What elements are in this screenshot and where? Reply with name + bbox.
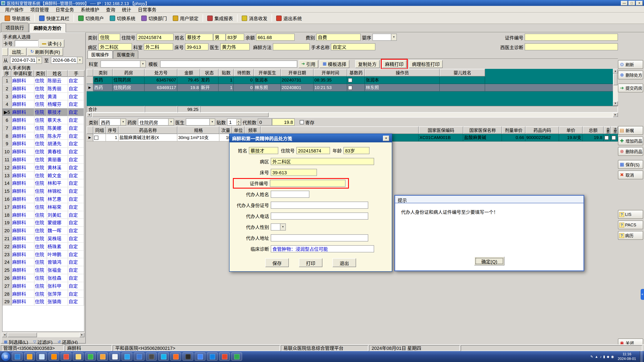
sogou-icon[interactable] [170,352,181,361]
dialog-name-field[interactable]: 蔡技才 [249,147,278,154]
patient-row[interactable]: 11麻醉科住院黄丽番自定 [2,156,84,164]
patient-row[interactable]: 24麻醉科住院曾镇鸿自定 [2,259,84,267]
toolbar-exit-system[interactable]: 退出系统 [273,13,305,23]
new-order-button[interactable]: ▤新嘱 [618,126,643,135]
spinner-arrows-icon[interactable]: ▲▼ [236,119,241,125]
menu-item[interactable]: 用户操作 [2,5,27,13]
admission-no-field[interactable]: 202415874 [136,33,174,41]
sex-field[interactable]: 男 [213,33,226,41]
notepad-icon[interactable] [36,352,47,361]
jicun-checkbox[interactable] [300,120,304,124]
patient-row[interactable]: 21麻醉科住院吴株瑶自定 [2,235,84,243]
patient-row[interactable]: 29麻醉科住院张镇南自定 [2,298,84,306]
calculator-icon[interactable] [97,352,108,361]
template-dept-select[interactable]: ▼ [100,60,146,67]
dept-field[interactable]: 外二科 [144,43,173,50]
out-hospital-button[interactable]: 出院.. [9,48,26,56]
in-hospital-button[interactable] [2,48,8,56]
folder-icon[interactable] [73,352,84,361]
patient-row[interactable]: 28麻醉科住院张萍萍自定 [2,290,84,298]
agent-id-input[interactable] [271,201,368,209]
agent-phone-input[interactable] [271,212,368,219]
pen-icon[interactable]: ✎ [590,355,593,359]
patient-row[interactable]: ▶5麻醉科住院蔡技才自定 [2,108,84,116]
age-field[interactable]: 83岁 [226,33,244,41]
copy-prescription-button[interactable]: 复制处方 [355,60,380,68]
tab-project-exec[interactable]: 项目执行 [1,23,28,32]
refresh-list-button[interactable]: ↻ 刷新列表(R) [27,48,63,56]
prescription-vscrollbar[interactable]: ▲ ▼ [613,69,618,106]
infant-seq-select[interactable]: ▼ [372,33,397,41]
show-desktop-button[interactable] [640,351,643,362]
toolbar-nav-panel[interactable]: 导航面板 [2,13,33,23]
favorites-star-icon[interactable] [24,352,35,361]
base-drug-checkbox[interactable] [348,78,352,82]
refresh-button[interactable]: ⊙刷新 [618,60,643,69]
teamviewer-icon[interactable] [207,352,218,361]
patient-row[interactable]: 1麻醉科住院陈丽云自定 [2,77,84,85]
tie-count-spinner[interactable]: 1 ▲▼ [227,118,241,126]
collapse-panel-handle[interactable]: « [641,289,644,300]
template-input[interactable] [160,60,297,67]
doctor-field[interactable]: 黄力伟 [220,43,250,50]
menu-item[interactable]: 统计 [118,5,134,13]
evernote-icon[interactable] [85,352,96,361]
agent-name-input[interactable] [271,190,310,198]
western-diagnosis-field[interactable] [524,43,618,50]
type-field[interactable]: 住院 [98,33,120,41]
safety-icon[interactable]: ◉ [611,355,614,359]
menu-item[interactable]: 日常事务 [134,5,160,13]
patient-row[interactable]: 12麻醉科住院黄林溪自定 [2,164,84,172]
id-number-field[interactable] [524,33,618,41]
dialog-admission-no-field[interactable]: 202415874 [296,147,330,154]
wps-icon[interactable] [219,352,230,361]
pathology-label-print-button[interactable]: 病理标签打印 [409,60,443,68]
green-s-icon[interactable] [231,352,242,361]
prescription-row[interactable]: ▶西药住院药房6346911719.8新开10林东照2024080110:21:… [86,84,618,91]
delete-prescription-button[interactable]: ⊗删除处方 [618,70,643,79]
tab-order-query[interactable]: 医嘱查询 [113,50,138,58]
date-from-select[interactable]: 2024-07-31▼ [10,56,42,64]
agent-address-input[interactable] [271,234,368,241]
prescription-row[interactable]: 西药住院药房6345760779.45发药10张润本2024073108:35:… [86,76,618,84]
patient-row[interactable]: 10麻醉科住院黄春桂自定 [2,148,84,156]
template-select-button[interactable]: ▦ 模板选择 [320,60,349,68]
add-drug-button[interactable]: ✚增加药品 [618,136,643,145]
antivirus-icon[interactable]: ◆ [607,355,609,359]
patient-row[interactable]: 19麻醉科住院蒙缇娜自定 [2,219,84,227]
scroll-right-icon[interactable]: ► [613,113,618,117]
scroll-up-icon[interactable]: ▲ [613,69,618,73]
scroll-thumb[interactable] [92,113,268,117]
dialog-bed-field[interactable]: 39-613 [271,169,317,176]
anesthesia-method-field[interactable] [273,43,310,50]
patient-row[interactable]: 22麻醉科住院杨珠素自定 [2,243,84,251]
mail-icon[interactable] [60,352,72,361]
patient-row[interactable]: 4麻醉科住院杨耀芬自定 [2,101,84,109]
document-icon[interactable] [109,352,120,361]
dialog-close-button[interactable]: × [383,135,389,141]
agent-sex-select[interactable]: ▼ [271,223,286,230]
input-method-icon[interactable] [134,352,144,361]
battery-icon[interactable]: ▮ [603,355,605,359]
patient-row[interactable]: 14麻醉科住院林和平自定 [2,180,84,188]
dialog-ward-field[interactable]: 外二科区 [271,158,374,165]
daijian-field[interactable]: 0 [258,118,272,126]
taskbar-clock[interactable]: 11:16 2024-08-01 [616,352,638,361]
patient-row[interactable]: 23麻醉科住院叶坤鹏自定 [2,251,84,259]
scroll-right-icon[interactable]: ► [80,333,84,337]
menu-item[interactable]: 日常业务 [52,5,77,13]
dialog-age-field[interactable]: 83岁 [344,147,370,154]
qq-icon[interactable] [158,352,169,361]
scroll-left-icon[interactable]: ◄ [86,113,92,117]
scroll-down-icon[interactable]: ▼ [613,101,618,106]
date-to-select[interactable]: 2024-08-01▼ [51,56,83,64]
menu-item[interactable]: 查询 [102,5,118,13]
tab-anesthesia-pricing[interactable]: 麻醉处方划价 [29,23,66,32]
volume-icon[interactable]: ♪ [600,355,602,359]
close-button[interactable]: × [636,1,643,5]
tab-order-operate[interactable]: 医嘱操作 [88,50,113,58]
fee-type-field[interactable]: 自费 [316,33,361,41]
drug-type-select[interactable]: 西药▼ [99,118,126,126]
patient-row[interactable]: 6麻醉科住院蔡天水自定 [2,116,84,124]
scroll-thumb[interactable] [613,73,618,85]
